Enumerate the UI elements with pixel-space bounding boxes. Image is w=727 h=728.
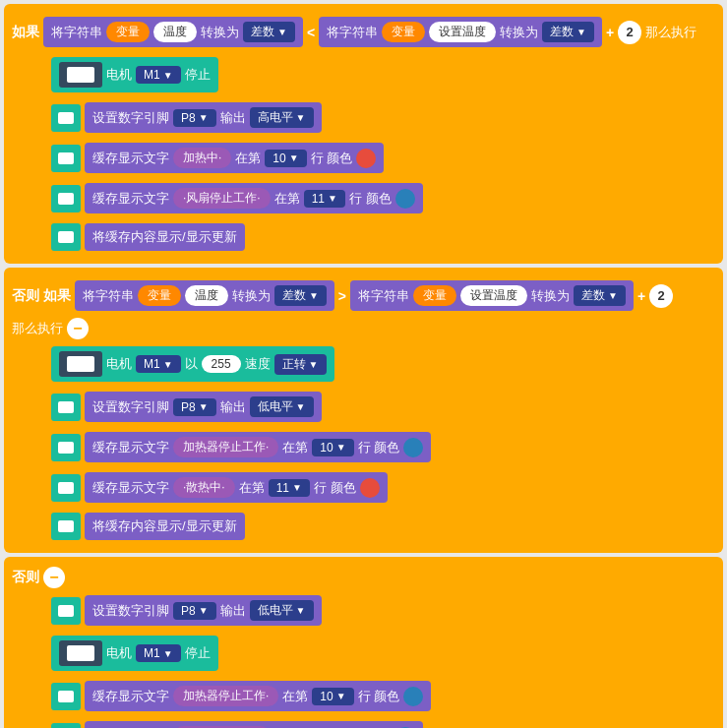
pin-label-1: 设置数字引脚: [92, 109, 169, 127]
display-row-6: 缓存显示文字 ·风扇停止工作· 在第 11 ▼ 行 颜色: [51, 718, 715, 728]
pin-mode-1: 输出: [220, 109, 246, 127]
display-text-4: ·散热中·: [173, 477, 235, 498]
refresh-label-1: 将缓存内容显示/显示更新: [92, 228, 237, 246]
if-num: 2: [618, 21, 641, 44]
display-block-2: 缓存显示文字 ·风扇停止工作· 在第 11 ▼ 行 颜色: [85, 183, 423, 213]
pin-level-3[interactable]: 低电平 ▼: [250, 600, 314, 621]
if-section: 如果 将字符串 变量 温度 转换为 差数 ▼ < 将字符串 变量 设置温度 转换…: [4, 4, 723, 264]
motor-m1[interactable]: M1 ▼: [136, 66, 181, 84]
ei-dropdown-2[interactable]: 差数 ▼: [574, 285, 626, 306]
color-dot-red-1[interactable]: [356, 149, 376, 168]
else-content: 设置数字引脚 P8 ▼ 输出 低电平 ▼ 电机: [12, 592, 715, 728]
ei-left-condition: 将字符串 变量 温度 转换为 差数 ▼: [75, 280, 334, 311]
refresh-row-1: 将缓存内容显示/显示更新: [51, 220, 715, 254]
row-label-1: 在第: [235, 150, 261, 167]
speed-val: 255: [202, 355, 241, 373]
refresh-block-1: 将缓存内容显示/显示更新: [85, 223, 245, 251]
row-num-2[interactable]: 11 ▼: [304, 190, 345, 208]
kto-icon-4: [51, 223, 81, 251]
ei-minus-btn[interactable]: −: [67, 318, 89, 339]
pin-row-3: 设置数字引脚 P8 ▼ 输出 低电平 ▼: [51, 592, 715, 629]
pill-str2: 将字符串: [327, 24, 378, 41]
motor-icon-3: [59, 640, 102, 666]
display-text-3: 加热器停止工作·: [173, 437, 278, 457]
color-dot-blue-1[interactable]: [395, 189, 415, 209]
dropdown-type1[interactable]: 差数 ▼: [243, 22, 295, 42]
if-keyword: 如果: [12, 24, 39, 41]
line-label-2: 行 颜色: [349, 190, 392, 208]
motor-m3[interactable]: M1 ▼: [136, 644, 181, 662]
pin-level-2[interactable]: 低电平 ▼: [250, 396, 314, 417]
color-dot-blue-3[interactable]: [403, 687, 423, 706]
kto-icon-8: [51, 513, 81, 540]
display-text-1: 加热中·: [173, 148, 231, 168]
kto-icon-11: [51, 723, 81, 729]
if-content: 电机 M1 ▼ 停止 设置数字引脚 P8 ▼ 输出: [12, 54, 715, 254]
pin-block-3: 设置数字引脚 P8 ▼ 输出 低电平 ▼: [85, 595, 322, 626]
display-text-5: 加热器停止工作·: [173, 686, 278, 706]
display-block-4: 缓存显示文字 ·散热中· 在第 11 ▼ 行 颜色: [85, 472, 388, 503]
display-row-5: 缓存显示文字 加热器停止工作· 在第 10 ▼ 行 颜色: [51, 678, 715, 714]
row-num-4[interactable]: 11 ▼: [269, 479, 310, 497]
row-num-1[interactable]: 10 ▼: [265, 150, 306, 167]
motor-row-1: 电机 M1 ▼ 停止: [51, 54, 715, 95]
else-if-keyword: 否则 如果: [12, 287, 71, 305]
else-if-content: 电机 M1 ▼ 以 255 速度 正转 ▼: [12, 343, 715, 543]
pin-row-2: 设置数字引脚 P8 ▼ 输出 低电平 ▼: [51, 389, 715, 425]
refresh-block-2: 将缓存内容显示/显示更新: [85, 513, 245, 540]
motor-speed-block: 电机 M1 ▼ 以 255 速度 正转 ▼: [51, 346, 334, 382]
motor-action-1: 停止: [185, 66, 211, 84]
refresh-row-2: 将缓存内容显示/显示更新: [51, 510, 715, 543]
else-keyword: 否则: [12, 569, 39, 586]
else-minus-btn[interactable]: −: [43, 567, 65, 588]
kto-icon-1: [51, 104, 81, 132]
ei-dropdown-1[interactable]: 差数 ▼: [274, 285, 327, 306]
right-condition: 将字符串 变量 设置温度 转换为 差数 ▼: [319, 17, 602, 47]
row-num-5[interactable]: 10 ▼: [312, 688, 353, 705]
motor-label-1: 电机: [106, 66, 132, 84]
pill-settemp1: 设置温度: [429, 22, 496, 42]
motor-row-3: 电机 M1 ▼ 停止: [51, 633, 715, 674]
pill-var2: 变量: [382, 22, 425, 42]
pin-num-2[interactable]: P8 ▼: [173, 398, 216, 416]
display-block-5: 缓存显示文字 加热器停止工作· 在第 10 ▼ 行 颜色: [85, 681, 431, 711]
ei-then: 那么执行: [12, 320, 63, 337]
else-section: 否则 − 设置数字引脚 P8 ▼ 输出 低电平 ▼: [4, 557, 723, 728]
else-if-header: 否则 如果 将字符串 变量 温度 转换为 差数 ▼ > 将字符串 变量 设置温度…: [12, 277, 715, 339]
display-block-1: 缓存显示文字 加热中· 在第 10 ▼ 行 颜色: [85, 143, 384, 173]
pill-var1: 变量: [106, 22, 150, 42]
display-block-6: 缓存显示文字 ·风扇停止工作· 在第 11 ▼ 行 颜色: [85, 721, 423, 728]
pin-level-1[interactable]: 高电平 ▼: [250, 107, 314, 128]
display-text-2: ·风扇停止工作·: [173, 188, 271, 209]
pill-temp1: 温度: [153, 22, 197, 42]
direction-dropdown[interactable]: 正转 ▼: [274, 354, 327, 375]
else-header: 否则 −: [12, 567, 715, 588]
kto-icon-7: [51, 474, 81, 502]
pin-block-1: 设置数字引脚 P8 ▼ 输出 高电平 ▼: [85, 102, 322, 133]
motor-speed-row: 电机 M1 ▼ 以 255 速度 正转 ▼: [51, 343, 715, 385]
pill-str1: 将字符串: [51, 24, 102, 41]
if-header: 如果 将字符串 变量 温度 转换为 差数 ▼ < 将字符串 变量 设置温度 转换…: [12, 14, 715, 50]
pin-num-3[interactable]: P8 ▼: [173, 602, 216, 620]
line-label-1: 行 颜色: [311, 150, 353, 167]
pin-num-1[interactable]: P8 ▼: [173, 109, 216, 127]
motor-m2[interactable]: M1 ▼: [136, 355, 181, 373]
row-label-2: 在第: [274, 190, 300, 208]
ei-num: 2: [649, 284, 673, 308]
motor-icon-1: [59, 62, 102, 88]
kto-icon-9: [51, 597, 81, 625]
row-num-3[interactable]: 10 ▼: [312, 439, 353, 456]
display-row-4: 缓存显示文字 ·散热中· 在第 11 ▼ 行 颜色: [51, 469, 715, 506]
kto-icon-2: [51, 145, 81, 172]
pin-block-2: 设置数字引脚 P8 ▼ 输出 低电平 ▼: [85, 392, 322, 422]
display-row-1: 缓存显示文字 加热中· 在第 10 ▼ 行 颜色: [51, 140, 715, 176]
pill-convert1: 转换为: [201, 24, 239, 41]
dropdown-type2[interactable]: 差数 ▼: [542, 22, 594, 42]
color-dot-red-2[interactable]: [360, 478, 380, 498]
motor-block-3: 电机 M1 ▼ 停止: [51, 636, 218, 671]
display-row-3: 缓存显示文字 加热器停止工作· 在第 10 ▼ 行 颜色: [51, 429, 715, 465]
kto-icon-3: [51, 185, 81, 212]
motor-block-1: 电机 M1 ▼ 停止: [51, 57, 218, 92]
color-dot-blue-2[interactable]: [403, 438, 423, 457]
if-op: <: [307, 25, 315, 40]
